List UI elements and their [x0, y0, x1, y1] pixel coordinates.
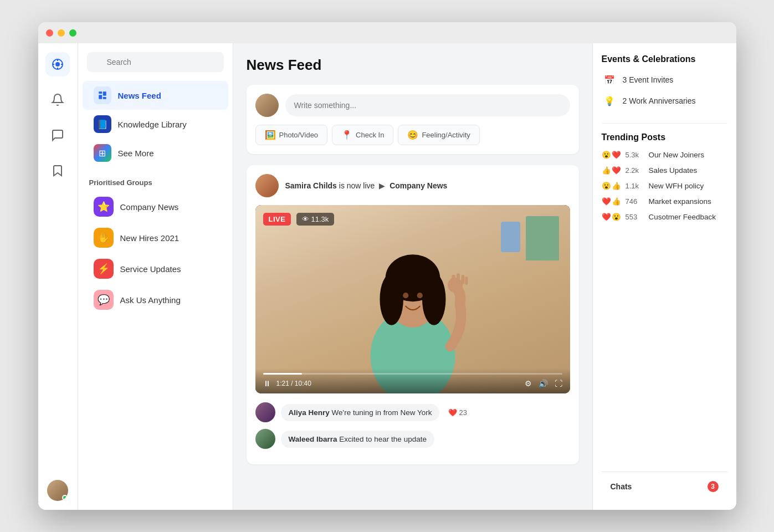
settings-button[interactable]: ⚙	[525, 379, 532, 388]
trending-item-1[interactable]: 😮❤️ 5.3k Our New Joiners	[602, 150, 727, 159]
svg-rect-17	[461, 275, 464, 284]
svg-rect-4	[102, 91, 106, 96]
svg-rect-18	[465, 277, 468, 284]
compose-avatar	[255, 94, 279, 117]
bottle-decor	[501, 222, 520, 252]
trending-item-2[interactable]: 👍❤️ 2.2k Sales Updates	[602, 166, 727, 175]
svg-rect-2	[99, 91, 102, 94]
search-container: 🔍	[87, 52, 224, 72]
t5-label: Cusotmer Feedback	[649, 213, 716, 221]
trending-item-5[interactable]: ❤️😮 553 Cusotmer Feedback	[602, 212, 727, 221]
t2-label: Sales Updates	[649, 166, 698, 175]
page-title: News Feed	[247, 57, 579, 74]
check-in-button[interactable]: 📍 Check In	[332, 125, 393, 145]
post-action: is now live	[339, 181, 375, 190]
t2-count: 2.2k	[626, 166, 644, 175]
reaction-count: 23	[459, 408, 467, 417]
ask-us-icon: 💬	[94, 290, 114, 310]
controls-left: ⏸ 1:21 / 10:40	[263, 379, 311, 388]
work-anniversaries-item[interactable]: 💡 2 Work Anniversaries	[602, 93, 727, 109]
post-group: Company News	[389, 181, 447, 190]
feeling-activity-button[interactable]: 😊 Feeling/Activity	[398, 125, 479, 145]
chats-bar[interactable]: Chats 3	[602, 472, 727, 499]
progress-fill	[263, 373, 302, 375]
pause-button[interactable]: ⏸	[263, 379, 271, 388]
fullscreen-button[interactable]: ⛶	[555, 379, 562, 388]
sidebar-item-service-updates[interactable]: ⚡ Service Updates	[83, 253, 228, 284]
event-invites-item[interactable]: 📅 3 Event Invites	[602, 72, 727, 88]
aliya-text: We're tuning in from New York	[332, 408, 432, 417]
video-controls: ⏸ 1:21 / 10:40 ⚙ 🔊 ⛶	[255, 369, 570, 393]
sidebar-item-company-news[interactable]: ⭐ Company News	[83, 191, 228, 222]
svg-rect-15	[452, 275, 455, 285]
sidebar-item-knowledge-library[interactable]: 📘 Knowledge Library	[83, 110, 228, 139]
event-invites-label: 3 Event Invites	[623, 75, 674, 84]
close-dot[interactable]	[46, 29, 53, 37]
compose-card: 🖼️ Photo/Video 📍 Check In 😊 Feeling/Acti…	[247, 85, 579, 154]
t3-label: New WFH policy	[649, 182, 704, 190]
video-background	[255, 205, 570, 393]
photo-video-label: Photo/Video	[279, 131, 319, 139]
compose-input[interactable]	[285, 94, 570, 116]
trending-item-3[interactable]: 😮👍 1.1k New WFH policy	[602, 181, 727, 190]
titlebar	[38, 22, 736, 43]
maximize-dot[interactable]	[69, 29, 76, 37]
waleed-comment: Waleed Ibarra Excited to hear the update	[281, 431, 434, 448]
rail-bookmark-icon[interactable]	[45, 158, 70, 183]
trending-title: Trending Posts	[602, 132, 727, 142]
rail-home-icon[interactable]	[45, 52, 70, 76]
chats-badge: 3	[708, 481, 719, 492]
news-feed-label: News Feed	[118, 91, 161, 100]
t1-label: Our New Joiners	[649, 151, 705, 159]
t5-reactions: ❤️😮	[602, 212, 621, 221]
compose-top	[255, 94, 570, 117]
post-card: Samira Childs is now live ▶ Company News	[247, 165, 579, 464]
user-avatar[interactable]	[47, 480, 68, 501]
volume-button[interactable]: 🔊	[539, 379, 548, 388]
post-author-avatar	[255, 174, 279, 197]
minimize-dot[interactable]	[58, 29, 65, 37]
heart-icon: ❤️	[448, 408, 457, 417]
see-more-icon: ⊞	[94, 144, 111, 162]
video-person	[255, 205, 570, 393]
comments-section: Aliya Henry We're tuning in from New Yor…	[255, 402, 570, 449]
online-indicator	[62, 495, 68, 500]
knowledge-label: Knowledge Library	[118, 120, 187, 129]
sidebar-item-ask-us[interactable]: 💬 Ask Us Anything	[83, 284, 228, 315]
t5-count: 553	[626, 213, 644, 221]
new-hires-label: New Hires 2021	[120, 233, 180, 243]
rail-bell-icon[interactable]	[45, 88, 70, 112]
panel-divider	[602, 123, 727, 124]
rail-chat-icon[interactable]	[45, 123, 70, 147]
controls-right: ⚙ 🔊 ⛶	[525, 379, 562, 388]
main-content: News Feed 🖼️ Photo/Video 📍 Ch	[233, 43, 592, 510]
viewers-badge: 👁 11.3k	[296, 213, 335, 226]
search-input[interactable]	[87, 52, 224, 72]
t4-label: Market expansions	[649, 197, 711, 206]
sidebar-item-news-feed[interactable]: News Feed	[83, 81, 228, 110]
sidebar: 🔍 News Feed 📘 Knowledge Li	[78, 43, 233, 510]
trending-item-4[interactable]: ❤️👍 746 Market expansions	[602, 197, 727, 206]
post-meta: Samira Childs is now live ▶ Company News	[285, 181, 448, 190]
video-player[interactable]: LIVE 👁 11.3k ⏸ 1:21 / 10:40	[255, 205, 570, 393]
waleed-avatar	[255, 429, 275, 449]
sidebar-item-see-more[interactable]: ⊞ See More	[83, 139, 228, 167]
progress-bar[interactable]	[263, 373, 562, 375]
svg-rect-5	[102, 97, 106, 99]
photo-video-icon: 🖼️	[265, 130, 276, 140]
service-updates-icon: ⚡	[94, 259, 114, 279]
see-more-label: See More	[118, 149, 154, 158]
aliya-avatar	[255, 402, 275, 422]
controls-row: ⏸ 1:21 / 10:40 ⚙ 🔊 ⛶	[263, 379, 562, 388]
waleed-text: Excited to hear the update	[339, 435, 427, 443]
photo-video-button[interactable]: 🖼️ Photo/Video	[255, 125, 328, 145]
t1-count: 5.3k	[626, 151, 644, 159]
viewer-count: 11.3k	[311, 215, 329, 223]
company-news-icon: ⭐	[94, 197, 114, 217]
sidebar-item-new-hires[interactable]: ✋ New Hires 2021	[83, 222, 228, 253]
post-header: Samira Childs is now live ▶ Company News	[255, 174, 570, 197]
work-anniversaries-label: 2 Work Anniversaries	[623, 96, 696, 105]
post-arrow: ▶	[379, 181, 385, 190]
app-body: 🔍 News Feed 📘 Knowledge Li	[38, 43, 736, 510]
news-feed-icon	[94, 86, 111, 104]
